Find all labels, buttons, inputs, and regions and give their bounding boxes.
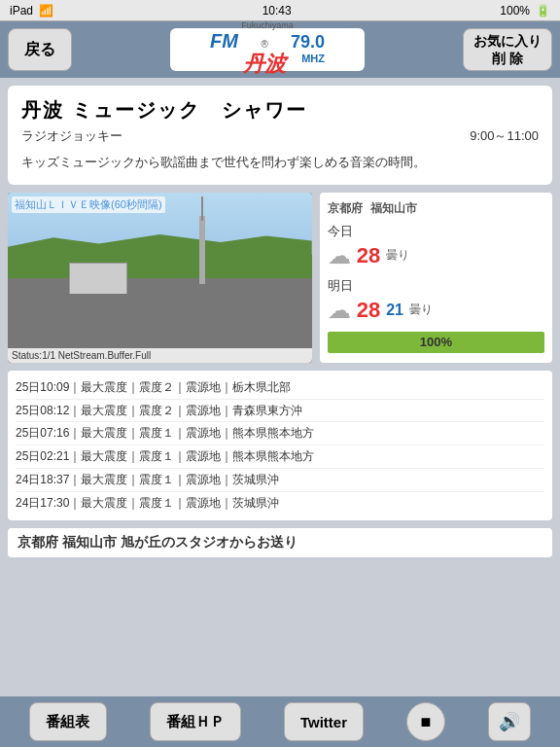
- weather-tomorrow: 明日 ☁ 28 21 曇り: [328, 277, 544, 324]
- twitter-button[interactable]: Twitter: [284, 702, 364, 741]
- cloud-icon-today: ☁: [328, 242, 351, 269]
- cam-image: [8, 193, 312, 348]
- volume-icon: 🔊: [499, 711, 520, 732]
- status-left: iPad 📶: [10, 4, 53, 18]
- hp-button[interactable]: 番組ＨＰ: [150, 702, 241, 741]
- logo-area: Fukuchiyama FM ® 丹波 79.0 MHZ: [80, 28, 455, 71]
- logo-fukuchiyama: Fukuchiyama: [241, 20, 294, 30]
- cloud-icon-tomorrow: ☁: [328, 297, 351, 324]
- stop-button[interactable]: ■: [406, 702, 445, 741]
- live-weather-section: 福知山ＬＩＶＥ映像(60秒間隔) Status:1/1 NetStream.Bu…: [8, 193, 552, 363]
- cam-tower: [199, 216, 205, 284]
- battery-label: 100%: [500, 4, 530, 18]
- earthquake-list: 25日10:09｜最大震度｜震度２｜震源地｜栃木県北部25日08:12｜最大震度…: [8, 371, 552, 520]
- weather-today-row: ☁ 28 曇り: [328, 242, 544, 269]
- weather-tomorrow-high: 28: [357, 298, 380, 323]
- schedule-button[interactable]: 番組表: [29, 702, 107, 741]
- back-label: 戻る: [24, 40, 55, 60]
- live-cam: 福知山ＬＩＶＥ映像(60秒間隔) Status:1/1 NetStream.Bu…: [8, 193, 312, 363]
- favorite-label2: 削 除: [473, 50, 542, 67]
- weather-tomorrow-low: 21: [386, 302, 403, 319]
- stop-icon: ■: [421, 712, 432, 732]
- weather-today-label: 今日: [328, 223, 544, 240]
- weather-prefecture: 京都府: [328, 200, 363, 217]
- weather-box: 京都府 福知山市 今日 ☁ 28 曇り 明日 ☁ 28 21 曇り: [320, 193, 552, 363]
- program-title: 丹波 ミュージック シャワー: [21, 97, 539, 124]
- bottom-nav: 番組表 番組ＨＰ Twitter ■ 🔊: [0, 696, 560, 747]
- status-right: 100% 🔋: [500, 4, 550, 18]
- logo-tanba-text: 丹波: [243, 50, 286, 79]
- device-label: iPad: [10, 4, 33, 18]
- logo-mhz-text: MHZ: [301, 53, 325, 64]
- status-time: 10:43: [262, 4, 292, 18]
- program-desc: キッズミュージックから歌謡曲まで世代を問わず楽しめる音楽の時間。: [21, 153, 539, 173]
- weather-location: 京都府 福知山市: [328, 200, 544, 217]
- logo-registered: ®: [261, 39, 267, 50]
- progress-container: 100%: [328, 332, 544, 353]
- program-time: 9:00～11:00: [470, 127, 539, 145]
- weather-tomorrow-row: ☁ 28 21 曇り: [328, 297, 544, 324]
- quake-item: 24日18:37｜最大震度｜震度１｜震源地｜茨城県沖: [16, 469, 544, 492]
- twitter-label: Twitter: [300, 714, 347, 730]
- logo-fm-text: FM: [210, 30, 238, 53]
- weather-today: 今日 ☁ 28 曇り: [328, 223, 544, 269]
- logo-freq-text: 79.0: [291, 32, 325, 53]
- quake-item: 25日10:09｜最大震度｜震度２｜震源地｜栃木県北部: [16, 376, 544, 400]
- cam-road: [8, 294, 312, 348]
- weather-tomorrow-label: 明日: [328, 277, 544, 295]
- quake-item: 24日17:30｜最大震度｜震度１｜震源地｜茨城県沖: [16, 492, 544, 515]
- program-card: 丹波 ミュージック シャワー ラジオジョッキー 9:00～11:00 キッズミュ…: [8, 86, 552, 185]
- weather-today-desc: 曇り: [386, 247, 409, 264]
- progress-bar: 100%: [328, 332, 544, 353]
- weather-tomorrow-desc: 曇り: [409, 302, 433, 318]
- schedule-label: 番組表: [46, 713, 89, 731]
- program-dj: ラジオジョッキー: [21, 127, 122, 145]
- live-cam-label: 福知山ＬＩＶＥ映像(60秒間隔): [12, 196, 165, 213]
- main-content: 丹波 ミュージック シャワー ラジオジョッキー 9:00～11:00 キッズミュ…: [0, 78, 560, 696]
- program-meta: ラジオジョッキー 9:00～11:00: [21, 127, 539, 145]
- weather-today-high: 28: [357, 243, 380, 268]
- back-button[interactable]: 戻る: [8, 28, 72, 71]
- status-bar: iPad 📶 10:43 100% 🔋: [0, 0, 560, 21]
- battery-icon: 🔋: [536, 4, 550, 18]
- favorite-button[interactable]: お気に入り 削 除: [463, 28, 552, 71]
- volume-button[interactable]: 🔊: [488, 702, 531, 741]
- quake-item: 25日08:12｜最大震度｜震度２｜震源地｜青森県東方沖: [16, 400, 544, 423]
- ticker-bar: 京都府 福知山市 旭が丘のスタジオからお送り: [8, 528, 552, 557]
- weather-city: 福知山市: [370, 200, 417, 217]
- logo-box: Fukuchiyama FM ® 丹波 79.0 MHZ: [170, 28, 365, 71]
- favorite-label1: お気に入り: [473, 32, 542, 50]
- quake-item: 25日07:16｜最大震度｜震度１｜震源地｜熊本県熊本地方: [16, 422, 544, 445]
- top-nav: 戻る Fukuchiyama FM ® 丹波 79.0 MHZ: [0, 21, 560, 78]
- hp-label: 番組ＨＰ: [166, 713, 225, 731]
- wifi-icon: 📶: [39, 4, 53, 18]
- cam-status: Status:1/1 NetStream.Buffer.Full: [8, 348, 312, 363]
- quake-item: 25日02:21｜最大震度｜震度１｜震源地｜熊本県熊本地方: [16, 445, 544, 469]
